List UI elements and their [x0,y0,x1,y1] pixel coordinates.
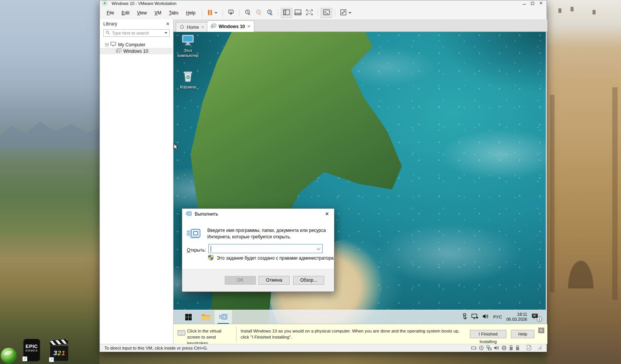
usb-device-icon[interactable] [509,345,513,351]
collapse-expander-icon[interactable] [105,42,109,47]
svg-text:♻: ♻ [186,74,190,80]
console-view-button[interactable] [321,8,332,18]
this-pc-icon [181,34,195,46]
virtual-machine-screen[interactable]: Этот компьютер ♻ Корзина Выполнить ✕ В [173,32,546,324]
pause-dropdown-caret[interactable] [214,12,218,14]
tab-close-icon[interactable]: ✕ [247,24,250,28]
action-center-button[interactable]: 1 [531,313,541,321]
host-desktop-icon-epic-games[interactable]: EPIC GAMES ↗ [24,339,40,361]
library-search-input[interactable] [112,31,162,35]
enlarge-dropdown-caret[interactable] [348,12,351,14]
building-window [593,10,596,14]
window-title: Windows 10 - VMware Workstation [112,1,177,6]
revert-snapshot-button[interactable] [253,8,264,18]
screen: EPIC GAMES ↗ 3 2 1 ↗ Windows 10 - VMware… [0,0,621,364]
toggle-library-panel-button[interactable] [281,8,292,18]
take-snapshot-icon [244,9,251,17]
manage-snapshots-icon [266,9,273,17]
network-adapter-device-icon[interactable] [486,345,492,351]
run-command-combobox[interactable] [208,244,323,253]
file-explorer-button[interactable] [197,310,214,324]
combobox-dropdown-icon[interactable] [317,246,320,250]
guest-icon-recycle-bin[interactable]: ♻ Корзина [176,70,200,90]
fullscreen-icon [306,9,313,16]
tab-bar: Home ✕ Windows 10 ✕ [173,19,547,32]
maximize-button[interactable] [528,0,537,6]
run-taskbar-icon [219,313,228,321]
guest-icon-label: Этот компьютер [176,48,200,58]
enlarge-icon [340,9,347,17]
library-header: Library [103,21,117,27]
toolbar-separator [239,9,240,17]
i-finished-installing-button[interactable]: I Finished Installing [470,330,506,338]
fullscreen-button[interactable] [304,8,315,18]
library-search-box[interactable] [103,29,170,37]
title-bar[interactable]: Windows 10 - VMware Workstation ✕ [100,0,547,6]
usb-device-icon-2[interactable] [515,345,520,351]
printer-device-icon[interactable] [501,345,507,351]
menu-view[interactable]: View [133,9,151,17]
uac-shield-icon [208,254,214,262]
message-bar-close-icon[interactable]: ✕ [538,328,544,333]
tree-item-my-computer[interactable]: My Computer [100,41,172,48]
pause-vm-button[interactable] [205,8,220,18]
vm-icon [211,24,216,30]
mountain-ridge [0,114,99,148]
close-button[interactable]: ✕ [537,0,545,6]
library-panel: Library ✕ My Computer [100,19,173,344]
host-desktop-icon-green-app[interactable] [1,348,17,364]
run-dialog-close-icon[interactable]: ✕ [325,211,329,216]
vm-icon [116,48,121,54]
clock-date: 06.03.2026 [506,317,527,322]
taskbar-clock[interactable]: 18:11 06.03.2026 [506,312,527,322]
sound-device-icon[interactable] [494,345,499,351]
start-button[interactable] [180,310,197,324]
library-close-icon[interactable]: ✕ [166,22,170,26]
run-dialog: Выполнить ✕ Введите имя программы, папки… [182,208,334,292]
windows-start-icon [185,314,192,321]
send-ctrl-alt-del-button[interactable] [225,8,236,18]
help-button[interactable]: Help [511,330,534,338]
tree-item-windows-10[interactable]: Windows 10 [100,48,172,54]
bridge-arch [560,228,602,288]
cd-dvd-device-icon[interactable] [479,345,484,351]
computer-icon [110,42,116,47]
toggle-thumbnail-bar-button[interactable] [292,8,304,18]
text-caret [211,246,211,252]
manage-snapshots-button[interactable] [264,8,275,18]
run-dialog-title: Выполнить [195,211,218,217]
hard-disk-device-icon[interactable] [471,345,476,351]
usb-tray-icon[interactable] [462,313,467,321]
message-log-icon[interactable] [526,345,531,351]
menu-file[interactable]: File [103,9,118,17]
take-snapshot-button[interactable] [242,8,253,18]
tab-windows-10[interactable]: Windows 10 ✕ [207,20,254,32]
minimize-button[interactable] [520,0,528,6]
vm-message-bar: Click in the virtual screen to send keys… [173,324,547,344]
search-dropdown-caret[interactable] [164,32,167,34]
run-dialog-title-bar[interactable]: Выполнить ✕ [182,209,334,219]
toolbar-separator [335,9,335,17]
console-icon [323,9,330,16]
guest-icon-this-pc[interactable]: Этот компьютер [176,34,200,58]
resize-grip[interactable] [537,345,542,351]
browse-button[interactable]: Обзор... [293,276,324,285]
menu-vm[interactable]: VM [151,9,165,17]
host-desktop-icon-media-player-321[interactable]: 3 2 1 ↗ [50,340,68,362]
run-dialog-big-icon [186,226,201,241]
enlarge-screen-button[interactable] [338,8,354,18]
network-tray-icon[interactable] [471,314,478,320]
volume-tray-icon[interactable] [482,314,489,320]
run-taskbar-button[interactable] [214,310,232,324]
menu-tabs[interactable]: Tabs [165,9,182,17]
cancel-button[interactable]: Отмена [258,276,290,285]
toolbar-separator [222,9,223,17]
tab-close-icon[interactable]: ✕ [201,25,204,29]
language-indicator[interactable]: РУС [493,315,502,319]
install-message: Install Windows 10 as you would on a phy… [241,328,468,340]
ok-button[interactable]: OK [225,276,256,285]
menu-help[interactable]: Help [182,9,199,17]
tab-home[interactable]: Home ✕ [176,22,208,32]
host-wallpaper-left [0,0,99,364]
menu-edit[interactable]: Edit [118,9,133,17]
